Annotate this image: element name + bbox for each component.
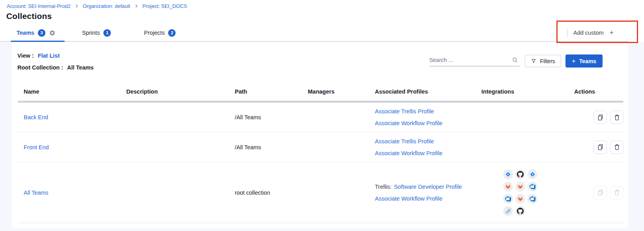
- plus-icon: +: [572, 57, 576, 65]
- column-header-path: Path: [235, 88, 308, 95]
- chevron-right-icon: [75, 4, 79, 8]
- gitlab-icon: [515, 194, 525, 204]
- column-header-actions: Actions: [566, 88, 623, 95]
- filters-label: Filters: [540, 58, 555, 64]
- tab-teams[interactable]: Teams 3: [17, 24, 56, 41]
- funnel-icon: [531, 58, 537, 64]
- clone-button[interactable]: [593, 141, 607, 154]
- software-developer-profile-link[interactable]: Software Developer Profile: [394, 184, 462, 190]
- collections-table: Name Description Path Managers Associate…: [18, 82, 623, 223]
- table-row: Back End /All Teams Associate Trellis Pr…: [18, 103, 623, 132]
- breadcrumb-project-link[interactable]: Project: SEI_DOCS: [142, 3, 187, 9]
- azure-devops-icon: [528, 194, 537, 204]
- tab-projects-label: Projects: [144, 30, 165, 36]
- tab-teams-count-badge: 3: [38, 29, 45, 37]
- path-cell: /All Teams: [235, 144, 308, 150]
- root-collection-label: Root Collection :: [17, 64, 63, 71]
- tab-sprints-count-badge: 1: [103, 29, 111, 37]
- associate-trellis-profile-link[interactable]: Associate Trellis Profile: [375, 138, 434, 145]
- search-icon[interactable]: [511, 56, 519, 64]
- trellis-prefix-label: Trellis:: [375, 184, 391, 190]
- vertical-divider: [567, 29, 567, 37]
- chevron-right-icon: [134, 4, 139, 8]
- breadcrumb: Account: SEI-Internal-Prod2 Organization…: [7, 3, 187, 9]
- github-icon: [515, 169, 525, 179]
- actions-cell: [566, 111, 623, 124]
- associate-trellis-profile-link[interactable]: Associate Trellis Profile: [375, 108, 434, 115]
- column-header-description: Description: [126, 88, 235, 95]
- plus-icon: +: [610, 29, 614, 37]
- root-collection-row: Root Collection : All Teams: [17, 64, 94, 71]
- azure-devops-icon: [503, 194, 513, 204]
- page-title: Collections: [6, 11, 52, 21]
- tab-projects-count-badge: 2: [168, 29, 176, 37]
- view-flat-list-link[interactable]: Flat List: [38, 53, 60, 59]
- gitlab-icon: [515, 182, 525, 192]
- add-teams-label: Teams: [579, 58, 596, 64]
- gitlab-icon: [503, 182, 513, 192]
- trash-icon: [613, 189, 621, 196]
- actions-cell: [566, 186, 623, 199]
- clone-button[interactable]: [593, 111, 607, 124]
- add-custom-label: Add custom: [573, 30, 604, 36]
- column-header-managers: Managers: [308, 88, 375, 95]
- tab-sprints-label: Sprints: [82, 30, 100, 36]
- page-header: Account: SEI-Internal-Prod2 Organization…: [0, 0, 644, 42]
- breadcrumb-organization-link[interactable]: Organization: default: [83, 3, 130, 9]
- azure-devops-icon: [528, 182, 537, 192]
- table-header-row: Name Description Path Managers Associate…: [18, 82, 623, 101]
- column-header-integrations: Integrations: [481, 88, 566, 95]
- sonarqube-icon: [503, 206, 513, 216]
- jira-icon: [528, 169, 537, 179]
- collection-name-link[interactable]: Back End: [24, 114, 48, 120]
- path-cell: root collection: [235, 190, 308, 196]
- trash-icon: [613, 143, 621, 151]
- tab-teams-label: Teams: [17, 30, 34, 36]
- tab-bar: Teams 3 Sprints 1 Projects 2 Add custom …: [0, 24, 628, 42]
- associated-profiles-cell: Associate Trellis Profile Associate Work…: [375, 105, 481, 129]
- search-field: [429, 54, 520, 66]
- actions-cell: [566, 141, 623, 154]
- table-row: Front End /All Teams Associate Trellis P…: [18, 132, 623, 162]
- gear-icon[interactable]: [49, 30, 56, 36]
- view-row: View : Flat List: [17, 53, 60, 59]
- delete-button[interactable]: [610, 141, 623, 154]
- root-collection-value: All Teams: [67, 64, 94, 71]
- copy-icon: [597, 114, 604, 121]
- filters-button[interactable]: Filters: [525, 55, 561, 67]
- jira-icon: [503, 169, 513, 179]
- collection-name-link[interactable]: Front End: [24, 144, 49, 150]
- associate-workflow-profile-link[interactable]: Associate Workflow Profile: [375, 120, 442, 126]
- associate-workflow-profile-link[interactable]: Associate Workflow Profile: [375, 195, 442, 202]
- clone-button-disabled[interactable]: [593, 186, 607, 199]
- add-custom-button[interactable]: Add custom +: [567, 24, 614, 41]
- search-input[interactable]: [429, 54, 507, 66]
- add-teams-button[interactable]: + Teams: [565, 54, 603, 68]
- table-row: All Teams root collection Trellis:Softwa…: [18, 162, 623, 223]
- content-card: View : Flat List Root Collection : All T…: [12, 42, 628, 228]
- github-icon: [515, 206, 525, 216]
- trash-icon: [613, 114, 621, 121]
- integrations-cell: [503, 169, 539, 216]
- associated-profiles-cell: Associate Trellis Profile Associate Work…: [375, 135, 481, 159]
- view-label: View :: [17, 53, 34, 59]
- tab-sprints[interactable]: Sprints 1: [82, 24, 111, 41]
- delete-button[interactable]: [610, 111, 623, 124]
- column-header-name: Name: [18, 88, 126, 95]
- associated-profiles-cell: Trellis:Software Developer Profile Assoc…: [375, 181, 481, 205]
- path-cell: /All Teams: [235, 114, 308, 120]
- associate-workflow-profile-link[interactable]: Associate Workflow Profile: [375, 150, 442, 156]
- tab-projects[interactable]: Projects 2: [144, 24, 176, 41]
- delete-button-disabled[interactable]: [610, 186, 623, 199]
- copy-icon: [597, 189, 604, 196]
- collection-name-link[interactable]: All Teams: [24, 190, 49, 196]
- copy-icon: [597, 143, 604, 151]
- column-header-profiles: Associated Profiles: [375, 88, 481, 95]
- breadcrumb-account-link[interactable]: Account: SEI-Internal-Prod2: [7, 3, 71, 9]
